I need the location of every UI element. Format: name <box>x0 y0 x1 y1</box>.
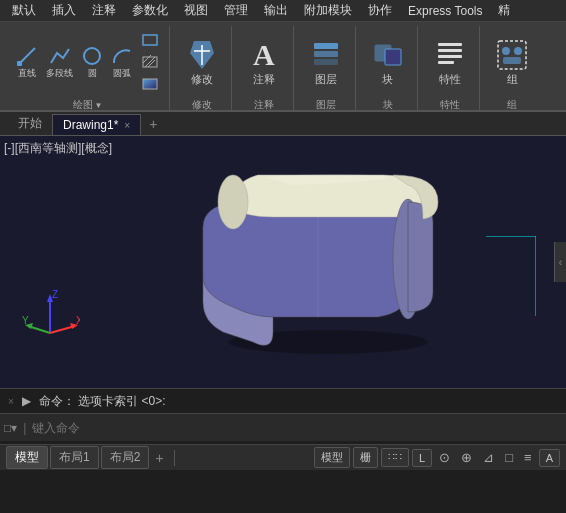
command-area: × ▶ 命令： 选项卡索引 <0>: □▾ | <box>0 388 566 444</box>
drawing1-tab-label: Drawing1* <box>63 118 118 132</box>
gradient-icon[interactable] <box>139 74 161 94</box>
block-icon[interactable]: 块 <box>370 35 406 88</box>
svg-point-2 <box>84 48 100 64</box>
svg-text:X: X <box>76 315 80 326</box>
ribbon-group-properties: 特性 特性 <box>420 26 480 112</box>
ribbon-group-draw: 直线 多段线 <box>6 26 170 112</box>
menu-item-view[interactable]: 视图 <box>176 0 216 21</box>
svg-rect-14 <box>314 51 338 57</box>
svg-rect-19 <box>438 49 462 52</box>
menu-item-output[interactable]: 输出 <box>256 0 296 21</box>
menu-item-annotate[interactable]: 注释 <box>84 0 124 21</box>
drawing1-tab-close[interactable]: × <box>124 120 130 131</box>
block-group-label: 块 <box>383 98 393 112</box>
add-tab-button[interactable]: + <box>143 113 163 135</box>
status-bar: 模型 布局1 布局2 + 模型 栅 ∷∷ L ⊙ ⊕ ⊿ □ ≡ A <box>0 444 566 470</box>
cmd-collapse-x[interactable]: × <box>8 396 14 407</box>
axes-indicator: Z X Y <box>20 288 80 348</box>
drawing1-tab[interactable]: Drawing1* × <box>52 114 141 135</box>
layout2-tab[interactable]: 布局2 <box>101 446 150 469</box>
ribbon-group-modify: 修改 修改 <box>172 26 232 112</box>
status-rotate-icon[interactable]: ⊙ <box>435 448 454 467</box>
modify-icon[interactable]: 修改 <box>184 35 220 88</box>
command-output-text: 命令： 选项卡索引 <0>: <box>39 393 166 410</box>
ribbon: 直线 多段线 <box>0 22 566 112</box>
menu-item-parametric[interactable]: 参数化 <box>124 0 176 21</box>
menu-item-manage[interactable]: 管理 <box>216 0 256 21</box>
annotation-icon[interactable]: A 注释 <box>246 35 282 88</box>
svg-rect-15 <box>314 59 338 65</box>
block-icons: 块 <box>370 26 406 98</box>
svg-text:Z: Z <box>52 289 58 300</box>
add-layout-button[interactable]: + <box>151 450 167 466</box>
menu-item-extra[interactable]: 精 <box>490 0 518 21</box>
status-grid-btn[interactable]: 栅 <box>353 447 378 468</box>
annotation-group-label: 注释 <box>254 98 274 112</box>
group-icons: 组 <box>494 26 530 98</box>
annotation-icons: A 注释 <box>246 26 282 98</box>
ribbon-group-layers: 图层 图层 <box>296 26 356 112</box>
modify-label: 修改 <box>191 73 213 86</box>
status-right-controls: 模型 栅 ∷∷ L ⊙ ⊕ ⊿ □ ≡ A <box>314 447 560 468</box>
arc-icon[interactable]: 圆弧 <box>109 44 135 81</box>
layout1-tab[interactable]: 布局1 <box>50 446 99 469</box>
properties-label: 特性 <box>439 73 461 86</box>
status-angle-icon[interactable]: ⊿ <box>479 448 498 467</box>
block-label: 块 <box>382 73 393 86</box>
command-input[interactable] <box>32 421 562 435</box>
status-ortho-btn[interactable]: L <box>412 449 432 467</box>
ribbon-group-annotation: A 注释 注释 <box>234 26 294 112</box>
circle-icon[interactable]: 圆 <box>79 44 105 81</box>
modify-icons: 修改 <box>184 26 220 98</box>
status-crosshair-icon[interactable]: ⊕ <box>457 448 476 467</box>
svg-rect-8 <box>143 79 157 89</box>
svg-rect-21 <box>438 61 454 64</box>
layers-icon[interactable]: 图层 <box>308 35 344 88</box>
ribbon-content: 直线 多段线 <box>0 22 566 114</box>
status-box-icon[interactable]: □ <box>501 448 517 467</box>
layers-group-label: 图层 <box>316 98 336 112</box>
group-icon[interactable]: 组 <box>494 35 530 88</box>
viewport-label: [-][西南等轴测][概念] <box>4 140 112 157</box>
polyline-label: 多段线 <box>46 67 73 80</box>
layers-icons: 图层 <box>308 26 344 98</box>
status-model-btn[interactable]: 模型 <box>314 447 350 468</box>
svg-rect-18 <box>438 43 462 46</box>
rect-icon[interactable] <box>139 30 161 50</box>
status-anno-btn[interactable]: A <box>539 449 560 467</box>
menu-item-express[interactable]: Express Tools <box>400 2 490 20</box>
start-tab[interactable]: 开始 <box>8 112 52 135</box>
hatch-icon[interactable] <box>139 52 161 72</box>
viewport-collapse-handle[interactable]: ‹ <box>554 242 566 282</box>
status-divider-1 <box>174 450 175 466</box>
svg-rect-20 <box>438 55 462 58</box>
draw-group-label: 绘图 ▼ <box>73 98 103 112</box>
svg-point-23 <box>502 47 510 55</box>
command-input-row: □▾ | <box>0 413 566 441</box>
main-content: [-][西南等轴测][概念] <box>0 136 566 444</box>
polyline-icon[interactable]: 多段线 <box>44 44 75 81</box>
command-output: × ▶ 命令： 选项卡索引 <0>: <box>0 389 566 413</box>
svg-rect-17 <box>385 49 401 65</box>
ribbon-group-group: 组 组 <box>482 26 542 112</box>
menu-item-insert[interactable]: 插入 <box>44 0 84 21</box>
svg-point-29 <box>218 175 248 229</box>
status-menu-icon[interactable]: ≡ <box>520 448 536 467</box>
doc-tabs: 开始 Drawing1* × + <box>0 112 566 136</box>
properties-icon[interactable]: 特性 <box>432 35 468 88</box>
status-snap-btn[interactable]: ∷∷ <box>381 448 409 467</box>
ribbon-group-block: 块 块 <box>358 26 418 112</box>
modify-group-label: 修改 <box>192 98 212 112</box>
line-icon[interactable]: 直线 <box>14 44 40 81</box>
menu-item-addons[interactable]: 附加模块 <box>296 0 360 21</box>
svg-text:Y: Y <box>22 315 29 326</box>
cmd-arrow[interactable]: ▶ <box>22 394 31 408</box>
menu-item-collab[interactable]: 协作 <box>360 0 400 21</box>
menu-item-default[interactable]: 默认 <box>4 0 44 21</box>
3d-object <box>100 166 506 348</box>
draw-dropdown-arrow[interactable]: ▼ <box>95 101 103 110</box>
svg-rect-22 <box>498 41 526 69</box>
properties-group-label: 特性 <box>440 98 460 112</box>
model-tab[interactable]: 模型 <box>6 446 48 469</box>
group-label: 组 <box>507 73 518 86</box>
